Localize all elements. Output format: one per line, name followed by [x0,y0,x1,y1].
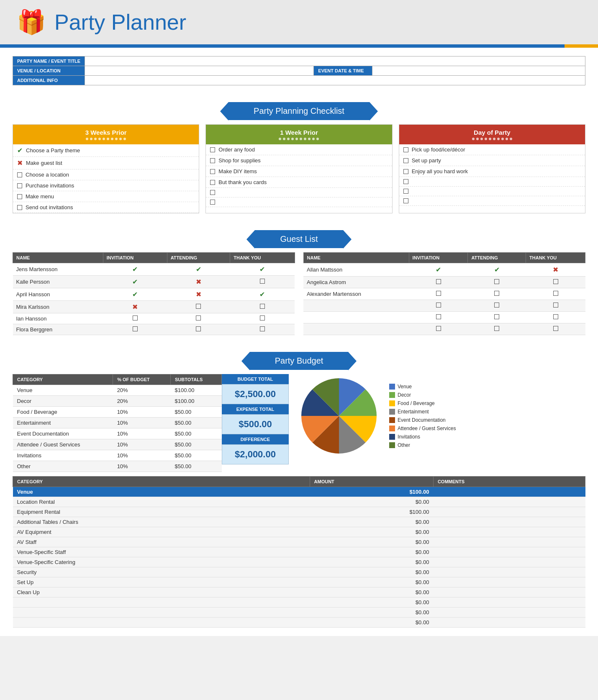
checkbox-icon[interactable] [210,200,215,205]
checkbox-icon[interactable] [17,205,22,210]
expense-total-value: $500.00 [222,414,289,434]
checkbox-icon[interactable] [17,172,22,177]
party-name-value[interactable] [85,56,585,66]
table-row: Allan Mattsson ✔ ✔ ✖ [303,263,585,277]
checkbox-icon[interactable] [403,158,408,163]
checklist-item[interactable] [399,187,585,196]
checklist-item[interactable]: Purchase invitations [13,180,199,191]
checklist-item[interactable] [206,188,392,197]
budget-category: Venue [13,385,113,396]
table-row: Venue-Specific Staff $0.00 [13,547,585,557]
venue-value[interactable] [85,66,314,76]
checkbox-icon[interactable] [210,147,215,152]
checkbox-icon[interactable] [494,279,499,284]
table-row: AV Staff $0.00 [13,537,585,547]
checkbox-icon[interactable] [133,326,138,331]
page: 🎁 Party Planner PARTY NAME / EVENT TITLE… [0,0,598,636]
additional-label: ADDITIONAL INFO [13,76,85,85]
checkbox-icon[interactable] [260,326,265,331]
checkbox-icon[interactable] [17,183,22,188]
checkbox-icon[interactable] [553,303,558,308]
checkbox-icon[interactable] [403,189,408,194]
checklist-item[interactable]: Set up party [399,155,585,166]
legend-color-decor [389,392,395,398]
legend-color-event-doc [389,417,395,423]
guest-col-name: NAME [13,253,103,263]
checkbox-icon[interactable] [494,314,499,319]
checklist-item[interactable]: Order any food [206,144,392,155]
budget-category: Invitations [13,450,113,461]
additional-value[interactable] [85,76,585,85]
guest-invitation [409,277,468,288]
expense-col-amount: AMOUNT [310,477,433,487]
budget-total-label: BUDGET TOTAL [222,374,289,384]
checklist-item[interactable]: ✔ Choose a Party theme [13,144,199,157]
guest-invitation [103,324,167,335]
guest-thankyou: ✖ [526,263,585,277]
checklist-item[interactable]: Choose a location [13,169,199,180]
checklist-item[interactable]: Pick up food/ice/décor [399,144,585,155]
checklist-item[interactable]: Make menu [13,191,199,202]
checklist-item[interactable] [399,196,585,206]
checklist-item[interactable]: Make DIY items [206,166,392,177]
checklist-item[interactable]: Shop for supplies [206,155,392,166]
checkbox-icon[interactable] [196,304,201,309]
expense-item-amount: $0.00 [310,527,433,537]
checkbox-icon[interactable] [436,326,441,331]
budget-header-wrap: Party Budget [13,352,585,370]
checklist-item[interactable] [206,197,392,207]
checkbox-icon[interactable] [210,190,215,195]
checkbox-icon[interactable] [260,304,265,309]
pie-legend: Venue Decor Food / Beverage Entertainmen… [389,384,456,448]
budget-title: Party Budget [250,352,349,370]
checkbox-icon[interactable] [403,169,408,174]
checkbox-icon[interactable] [260,315,265,321]
checklist-item[interactable]: Send out invitations [13,202,199,213]
checklist-item[interactable]: But thank you cards [206,177,392,188]
event-date-value[interactable] [372,66,585,76]
checkbox-icon[interactable] [196,315,201,321]
budget-subtotal: $50.00 [171,407,222,418]
budget-category: Decor [13,396,113,407]
expense-item-comments [433,557,585,567]
expense-item-name: Location Rental [13,497,310,507]
guest-grid: NAME INVITIATION ATTENDING THANK YOU Jen… [13,252,585,335]
checkbox-icon[interactable] [553,291,558,296]
expense-detail-table: CATEGORY AMOUNT COMMENTS Venue $100.00 L… [13,476,585,628]
checkbox-icon[interactable] [133,315,138,321]
budget-subtotal: $50.00 [171,450,222,461]
expense-item-name: Additional Tables / Chairs [13,517,310,527]
checkbox-icon[interactable] [553,326,558,331]
checkbox-icon[interactable] [553,314,558,319]
checkbox-icon[interactable] [436,279,441,284]
checkbox-icon[interactable] [210,180,215,185]
checkbox-icon[interactable] [436,314,441,319]
checkbox-icon[interactable] [403,147,408,152]
expense-col-category: CATEGORY [13,477,310,487]
checkbox-icon[interactable] [494,326,499,331]
checkbox-icon[interactable] [436,291,441,296]
checkbox-icon[interactable] [494,303,499,308]
checkbox-icon[interactable] [210,158,215,163]
info-section: PARTY NAME / EVENT TITLE VENUE / LOCATIO… [0,48,598,94]
checklist-item[interactable]: ✖ Make guest list [13,157,199,169]
checklist-item[interactable]: Enjoy all you hard work [399,166,585,177]
table-row: Mira Karlsson ✖ [13,301,295,313]
checkbox-icon[interactable] [260,279,265,284]
guest-name: Jens Martensson [13,263,103,276]
checkbox-icon[interactable] [210,169,215,174]
guest-thankyou [526,323,585,335]
expense-total-label: EXPENSE TOTAL [222,404,289,414]
guest-name: Mira Karlsson [13,301,103,313]
checkbox-icon[interactable] [403,179,408,184]
checkbox-icon[interactable] [436,303,441,308]
checkbox-icon[interactable] [403,198,408,203]
checkbox-icon[interactable] [17,194,22,199]
checkbox-icon[interactable] [494,291,499,296]
expense-item-comments [433,597,585,608]
checkbox-icon[interactable] [196,326,201,331]
checklist-item[interactable] [399,177,585,187]
expense-item-name: Clean Up [13,587,310,597]
guest-attending [167,301,230,313]
checkbox-icon[interactable] [553,279,558,284]
